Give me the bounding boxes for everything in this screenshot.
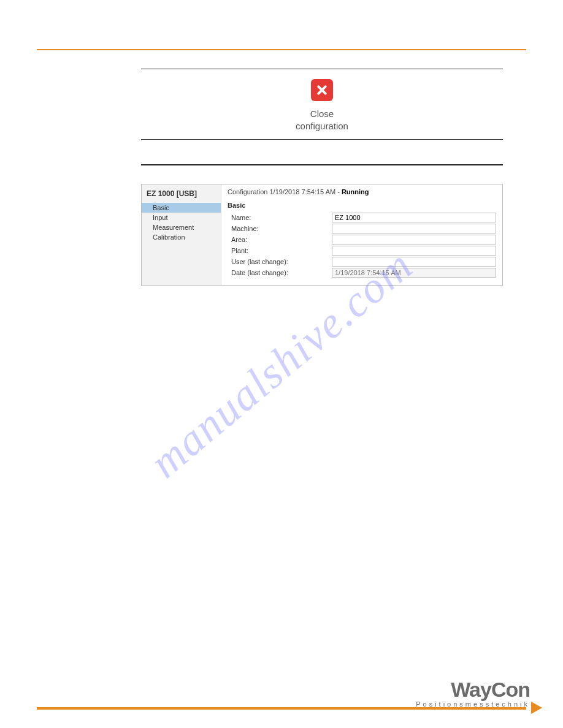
divider — [141, 164, 503, 165]
top-rule — [37, 49, 526, 50]
close-icon[interactable] — [311, 79, 333, 101]
sidebar: EZ 1000 [USB] Basic Input Measurement Ca… — [142, 184, 221, 285]
label-date: Date (last change): — [228, 269, 332, 276]
close-config-table: Close configuration — [141, 69, 503, 140]
brand-name: WayCon — [416, 678, 530, 702]
arrow-icon — [531, 702, 542, 714]
footer: WayCon Positionsmesstechnik — [37, 707, 526, 710]
label-name: Name: — [228, 214, 332, 221]
brand-tagline: Positionsmesstechnik — [416, 700, 530, 708]
input-area[interactable] — [332, 235, 496, 245]
input-plant[interactable] — [332, 246, 496, 256]
section-label: Basic — [228, 202, 496, 209]
input-machine[interactable] — [332, 224, 496, 233]
sidebar-item-calibration[interactable]: Calibration — [142, 232, 221, 242]
device-title: EZ 1000 [USB] — [142, 188, 221, 203]
label-area: Area: — [228, 236, 332, 243]
input-date — [332, 268, 496, 278]
sidebar-item-measurement[interactable]: Measurement — [142, 222, 221, 232]
close-label: Close configuration — [141, 108, 503, 132]
input-name[interactable] — [332, 213, 496, 222]
label-plant: Plant: — [228, 247, 332, 254]
status-line: Configuration 1/19/2018 7:54:15 AM - Run… — [228, 188, 496, 195]
sidebar-item-basic[interactable]: Basic — [142, 203, 221, 213]
config-window: EZ 1000 [USB] Basic Input Measurement Ca… — [141, 184, 503, 286]
sidebar-item-input[interactable]: Input — [142, 213, 221, 222]
label-machine: Machine: — [228, 225, 332, 232]
brand-logo: WayCon Positionsmesstechnik — [416, 678, 530, 708]
input-user[interactable] — [332, 257, 496, 267]
label-user: User (last change): — [228, 258, 332, 265]
main-pane: Configuration 1/19/2018 7:54:15 AM - Run… — [221, 184, 502, 285]
